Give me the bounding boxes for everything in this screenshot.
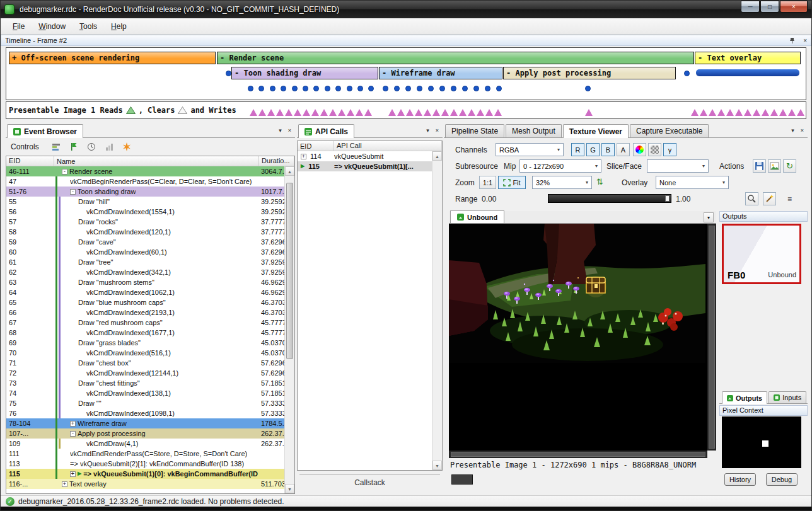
tab-outputs[interactable]: Outputs [722, 391, 767, 404]
event-row[interactable]: 65Draw "blue mushroom caps"46.37037 [6, 297, 294, 307]
timeline-event-dot[interactable] [417, 86, 422, 91]
zoom-1to1-button[interactable]: 1:1 [479, 176, 496, 189]
tab-api-calls[interactable]: API Calls [298, 124, 354, 138]
texture-viewer-close-icon[interactable]: × [801, 127, 804, 134]
mip-select[interactable]: 0 - 1272x690 ▾ [519, 159, 601, 173]
api-call-row[interactable]: ▶115=> vkQueueSubmit(1)[... [298, 161, 442, 171]
maximize-button[interactable]: □ [760, 1, 779, 13]
event-row[interactable]: 75Draw ""57.33333 [6, 398, 294, 408]
pixel-context-view[interactable] [722, 416, 801, 468]
event-row[interactable]: 64vkCmdDrawIndexed(1062,1)46.96296 [6, 287, 294, 297]
timeline-event-dot[interactable] [303, 86, 308, 91]
fb0-thumbnail[interactable]: FB0 Unbound [722, 224, 801, 284]
event-row[interactable]: 69Draw "grass blades"45.03704 [6, 338, 294, 348]
event-row[interactable]: 76vkCmdDrawIndexed(1098,1)57.33333 [6, 408, 294, 418]
pin-icon[interactable] [789, 37, 796, 44]
tree-expander-icon[interactable]: + [70, 421, 76, 427]
tab-inputs[interactable]: Inputs [768, 391, 806, 403]
scrollbar-thumb[interactable] [286, 183, 293, 359]
controls-button[interactable]: Controls [11, 142, 39, 151]
menu-file[interactable]: File [6, 20, 32, 33]
zoom-select[interactable]: 32% ▾ [532, 176, 592, 189]
tree-expander-icon[interactable]: - [62, 169, 67, 175]
scroll-down-icon[interactable]: ▼ [432, 461, 442, 470]
menu-window[interactable]: Window [32, 20, 72, 33]
range-slider[interactable] [548, 194, 671, 203]
tab-texture-viewer[interactable]: Texture Viewer [563, 124, 629, 138]
timeline-event-dot[interactable] [451, 86, 456, 91]
close-button[interactable]: × [780, 1, 808, 13]
event-row[interactable]: 62vkCmdDrawIndexed(342,1)37.92593 [6, 267, 294, 277]
timeline-close-icon[interactable]: × [803, 37, 807, 44]
tab-capture-executable[interactable]: Capture Executable [630, 124, 709, 137]
timeline-icon[interactable] [50, 141, 62, 152]
menu-help[interactable]: Help [104, 20, 134, 33]
statistics-icon[interactable] [103, 141, 115, 152]
event-row[interactable]: 47vkCmdBeginRenderPass(C=Clear, D=Clear,… [6, 176, 294, 187]
slice-face-select[interactable]: ▾ [647, 159, 709, 173]
scroll-up-icon[interactable]: ▲ [432, 151, 442, 161]
event-browser-scrollbar[interactable]: ▲ ▼ [284, 166, 294, 493]
timeline-bar[interactable]: - Render scene [217, 52, 694, 64]
tab-unbound-texture[interactable]: Unbound [450, 210, 504, 223]
timeline-event-dot[interactable] [428, 86, 434, 91]
alpha-background-button[interactable] [648, 143, 661, 156]
event-row[interactable]: 113=> vkQueueSubmit(2)[1]: vkEndCommandB… [6, 459, 294, 469]
history-button[interactable]: History [724, 473, 756, 486]
col-eid[interactable]: EID [6, 156, 54, 166]
event-row[interactable]: 66vkCmdDrawIndexed(2193,1)46.37037 [6, 307, 294, 318]
overlay-select[interactable]: None ▾ [656, 176, 729, 189]
scrollbar-thumb[interactable] [709, 226, 715, 449]
timeline-event-dot[interactable] [313, 86, 319, 91]
col-api-call[interactable]: API Call [334, 141, 442, 151]
save-texture-button[interactable] [753, 159, 766, 173]
event-row[interactable]: 60vkCmdDrawIndexed(60,1)37.62963 [6, 247, 294, 257]
texture-list-dropdown[interactable]: ▾ [704, 212, 714, 222]
bookmark-icon[interactable] [68, 141, 79, 152]
timeline-event-dot[interactable] [248, 86, 253, 91]
flip-y-icon[interactable]: ⇅ [596, 177, 603, 187]
tab-pipeline-state[interactable]: Pipeline State [445, 124, 504, 137]
timeline-event-dot[interactable] [462, 86, 468, 91]
event-row[interactable]: 67Draw "red mushroom caps"45.77778 [6, 318, 294, 328]
event-row[interactable]: 61Draw "tree"37.92593 [6, 257, 294, 267]
tree-expander-icon[interactable]: - [70, 189, 76, 195]
timeline-event-dot[interactable] [368, 86, 374, 91]
texture-display[interactable] [449, 224, 707, 451]
timeline-event-dot[interactable] [270, 86, 276, 91]
timeline-event-dot[interactable] [405, 86, 411, 91]
timeline-event-dot[interactable] [439, 86, 445, 91]
debug-button[interactable]: Debug [766, 473, 798, 486]
texture-hscrollbar[interactable] [449, 451, 707, 458]
timeline-event-dot[interactable] [325, 86, 330, 91]
event-browser-close-icon[interactable]: × [288, 127, 291, 134]
timeline-bar[interactable]: - Toon shading draw [231, 67, 378, 79]
timeline-event-dot[interactable] [585, 86, 591, 91]
timeline-event-dot[interactable] [383, 86, 388, 91]
event-row[interactable]: 59Draw "cave"37.62963 [6, 237, 294, 247]
timeline-event-dot[interactable] [335, 86, 341, 91]
event-row[interactable]: 116-...+Text overlay511.7037 [6, 479, 294, 489]
event-row[interactable]: 73Draw "chest fittings"57.18518 [6, 378, 294, 388]
open-image-button[interactable] [768, 159, 781, 173]
timeline-bar[interactable]: + Off-screen scene rendering [9, 52, 216, 64]
tree-expander-icon[interactable]: + [301, 154, 306, 159]
event-row[interactable]: 71Draw "chest box"57.62963 [6, 358, 294, 368]
tab-event-browser[interactable]: Event Browser [7, 124, 83, 138]
timeline-event-dot[interactable] [394, 86, 400, 91]
timeline-event-dot[interactable] [226, 71, 231, 76]
clock-icon[interactable] [86, 141, 97, 152]
event-row[interactable]: 63Draw "mushroom stems"46.96296 [6, 277, 294, 287]
timeline-event-dot[interactable] [347, 86, 352, 91]
event-row[interactable]: 68vkCmdDrawIndexed(1677,1)45.77778 [6, 328, 294, 338]
autofit-range-button[interactable] [763, 192, 776, 205]
timeline-event-dot[interactable] [258, 86, 264, 91]
range-menu-icon[interactable]: ≡ [787, 195, 792, 204]
event-row[interactable]: 74vkCmdDrawIndexed(138,1)57.18518 [6, 388, 294, 398]
green-channel-button[interactable]: G [586, 143, 600, 156]
minimize-button[interactable]: ─ [741, 1, 760, 13]
event-row[interactable]: 46-111-Render scene3064.7... [6, 166, 294, 176]
flame-icon[interactable] [121, 141, 132, 152]
timeline-event-dot[interactable] [292, 86, 298, 91]
tree-expander-icon[interactable]: - [70, 431, 76, 437]
